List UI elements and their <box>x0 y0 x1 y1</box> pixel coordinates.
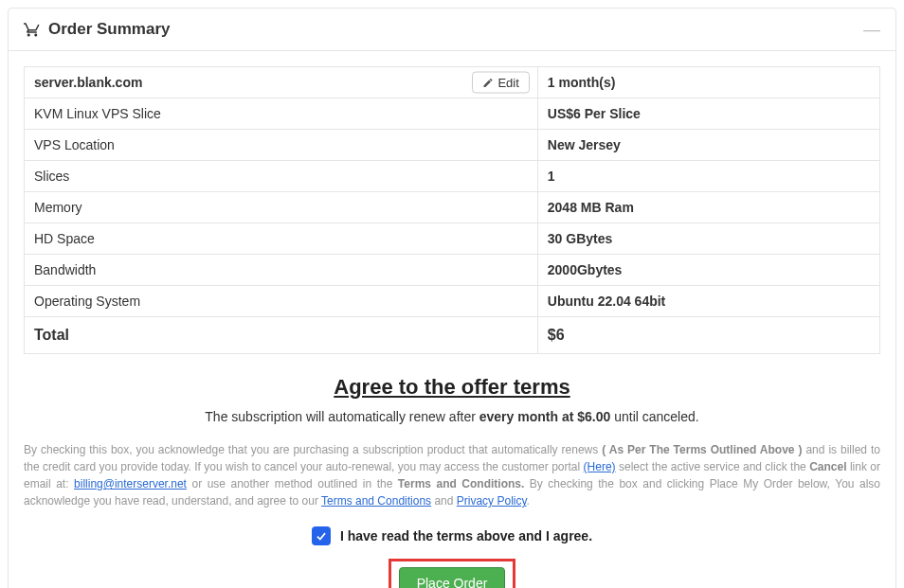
agree-row: I have read the terms above and I agree. <box>24 526 880 545</box>
table-row-total: Total $6 <box>25 317 880 354</box>
table-row: Bandwidth2000Gbytes <box>25 255 880 286</box>
place-order-button[interactable]: Place Order <box>399 567 506 588</box>
terms-subtext: The subscription will automatically rene… <box>24 409 880 424</box>
card-header: Order Summary — <box>9 9 895 51</box>
table-row: Operating SystemUbuntu 22.04 64bit <box>25 286 880 317</box>
card-body: server.blank.com Edit 1 month(s) KVM Lin… <box>9 51 895 588</box>
total-value: $6 <box>537 317 879 354</box>
fine-print: By checking this box, you acknowledge th… <box>24 441 880 509</box>
terms-link[interactable]: Terms and Conditions <box>321 494 431 508</box>
collapse-icon[interactable]: — <box>863 21 880 38</box>
order-table: server.blank.com Edit 1 month(s) KVM Lin… <box>24 66 880 354</box>
table-row: Memory2048 MB Ram <box>25 192 880 223</box>
page-title: Order Summary <box>48 20 171 39</box>
card-title: Order Summary <box>24 20 171 39</box>
table-row: VPS LocationNew Jersey <box>25 130 880 161</box>
table-row: Slices1 <box>25 161 880 192</box>
table-row-hostname: server.blank.com Edit 1 month(s) <box>25 67 880 98</box>
table-row: HD Space30 GBytes <box>25 223 880 255</box>
checkmark-icon <box>315 529 328 543</box>
edit-label: Edit <box>497 76 518 90</box>
cart-icon <box>24 21 41 38</box>
email-link[interactable]: billing@interserver.net <box>74 477 187 490</box>
duration-value: 1 month(s) <box>537 67 879 98</box>
order-summary-card: Order Summary — server.blank.com Edit 1 … <box>8 8 896 588</box>
privacy-link[interactable]: Privacy Policy <box>457 494 527 508</box>
edit-button[interactable]: Edit <box>472 72 529 94</box>
place-order-highlight: Place Order <box>389 559 516 588</box>
terms-heading: Agree to the offer terms <box>24 375 880 400</box>
hostname-value: server.blank.com <box>34 75 142 90</box>
portal-link[interactable]: (Here) <box>584 460 616 473</box>
terms-section: Agree to the offer terms The subscriptio… <box>24 375 880 588</box>
agree-label: I have read the terms above and I agree. <box>340 528 592 543</box>
table-row: KVM Linux VPS SliceUS$6 Per Slice <box>25 98 880 130</box>
agree-checkbox[interactable] <box>312 526 331 545</box>
total-label: Total <box>25 317 538 354</box>
pencil-icon <box>482 77 494 88</box>
